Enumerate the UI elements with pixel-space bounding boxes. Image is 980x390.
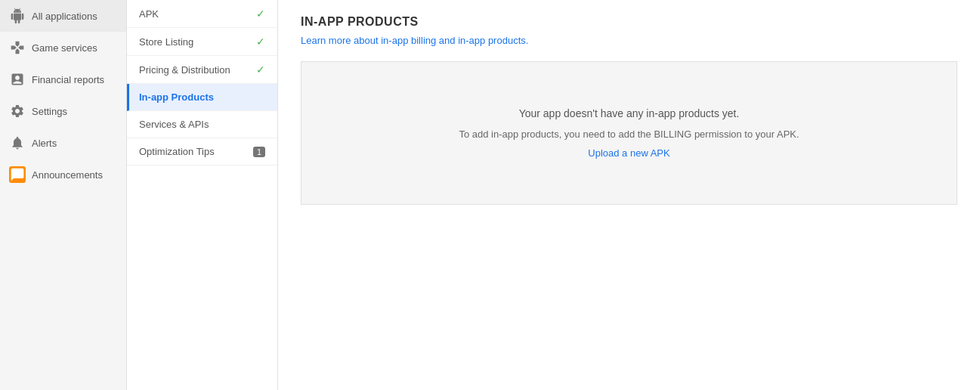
sidebar-item-all-applications[interactable]: All applications — [0, 0, 126, 32]
android-icon — [9, 8, 26, 24]
main-sidebar: All applications Game services Financial… — [0, 0, 127, 390]
gear-icon — [9, 103, 26, 119]
sidebar-item-label: Financial reports — [32, 74, 104, 85]
subnav-item-services-apis[interactable]: Services & APIs — [127, 111, 277, 138]
alert-icon — [9, 135, 26, 151]
subnav-item-label: APK — [139, 8, 159, 20]
check-icon: ✓ — [256, 36, 265, 48]
subnav-item-label: Optimization Tips — [139, 146, 215, 157]
subnav-item-label: In-app Products — [139, 91, 214, 103]
check-icon: ✓ — [256, 63, 265, 76]
subnav-item-in-app-products[interactable]: In-app Products — [127, 84, 277, 111]
subnav-item-optimization-tips[interactable]: Optimization Tips 1 — [127, 138, 277, 166]
sidebar-item-alerts[interactable]: Alerts — [0, 127, 126, 159]
sidebar-item-label: All applications — [32, 11, 97, 22]
empty-state-description: To add in-app products, you need to add … — [317, 128, 941, 140]
subnav-item-label: Store Listing — [139, 36, 193, 48]
main-content: IN-APP PRODUCTS Learn more about in-app … — [278, 0, 980, 390]
sidebar-item-label: Alerts — [32, 138, 57, 149]
sidebar-item-label: Settings — [32, 106, 67, 117]
sidebar-item-financial-reports[interactable]: Financial reports — [0, 63, 126, 95]
subnav-item-store-listing[interactable]: Store Listing ✓ — [127, 28, 277, 56]
subnav-item-label: Pricing & Distribution — [139, 64, 230, 76]
sidebar-item-label: Announcements — [32, 169, 103, 181]
gamepad-icon — [9, 39, 26, 56]
subnav-item-pricing-distribution[interactable]: Pricing & Distribution ✓ — [127, 56, 277, 84]
page-title: IN-APP PRODUCTS — [301, 15, 957, 29]
sidebar-item-label: Game services — [32, 42, 97, 54]
subnav-item-apk[interactable]: APK ✓ — [127, 0, 277, 28]
empty-state-container: Your app doesn't have any in-app product… — [301, 61, 957, 205]
check-icon: ✓ — [256, 8, 265, 20]
sidebar-item-announcements[interactable]: Announcements — [0, 159, 126, 190]
info-link[interactable]: Learn more about in-app billing and in-a… — [301, 35, 957, 46]
optimization-badge: 1 — [253, 147, 265, 157]
sidebar-item-settings[interactable]: Settings — [0, 95, 126, 127]
announcement-icon — [9, 166, 26, 183]
sub-navigation: APK ✓ Store Listing ✓ Pricing & Distribu… — [127, 0, 278, 390]
subnav-item-label: Services & APIs — [139, 119, 209, 130]
empty-state-title: Your app doesn't have any in-app product… — [317, 107, 941, 119]
upload-apk-link[interactable]: Upload a new APK — [588, 147, 669, 159]
reports-icon — [9, 71, 26, 88]
sidebar-item-game-services[interactable]: Game services — [0, 32, 126, 63]
